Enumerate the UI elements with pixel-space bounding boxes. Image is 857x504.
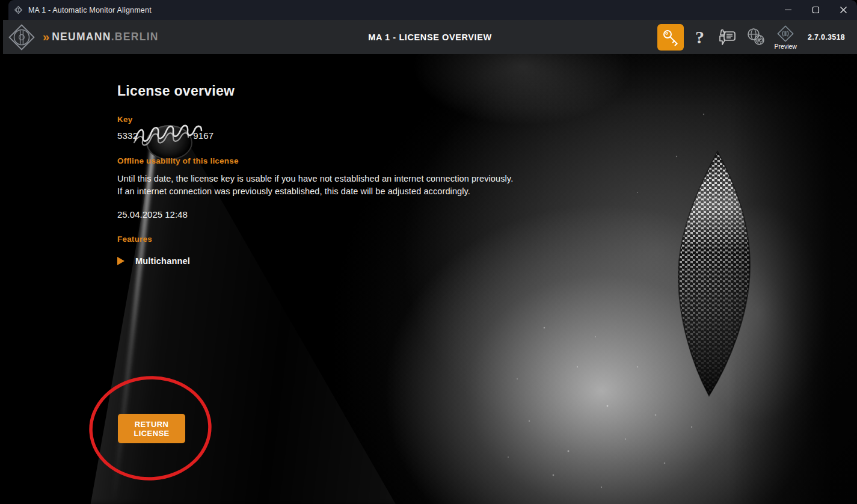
maximize-button[interactable] <box>802 0 829 20</box>
preview-label: Preview <box>775 43 797 50</box>
version-label: 2.7.0.3518 <box>808 33 845 41</box>
brand: » NEUMANN.BERLIN <box>7 22 159 52</box>
brand-chevrons: » <box>43 30 48 44</box>
header-toolbar: ? <box>657 24 850 51</box>
app-window: MA 1 - Automatic Monitor Alignment » <box>0 0 857 504</box>
brand-name: NEUMANN.BERLIN <box>52 31 159 43</box>
minimize-icon <box>784 6 792 14</box>
key-label: Key <box>117 115 132 124</box>
offline-usability-description: Until this date, the license key is usab… <box>117 173 513 198</box>
window-title: MA 1 - Automatic Monitor Alignment <box>28 6 152 14</box>
help-icon: ? <box>692 28 708 46</box>
return-license-button[interactable]: RETURN LICENSE <box>118 414 185 443</box>
app-header: » NEUMANN.BERLIN MA 1 - LICENSE OVERVIEW… <box>3 20 857 54</box>
feedback-thumbs-up-icon <box>716 26 738 48</box>
background-dust-speckles <box>508 114 704 488</box>
neumann-logo-icon <box>7 22 37 52</box>
maximize-icon <box>812 6 820 14</box>
feature-item-multichannel[interactable]: Multichannel <box>117 256 190 266</box>
license-key-button[interactable] <box>657 24 684 51</box>
features-label: Features <box>117 235 152 244</box>
page-title: License overview <box>117 83 235 99</box>
offline-usability-date: 25.04.2025 12:48 <box>117 209 188 220</box>
offline-usability-label: Offline usability of this license <box>117 156 239 165</box>
window-controls <box>774 0 857 20</box>
close-icon <box>840 6 847 14</box>
key-icon <box>660 27 681 48</box>
offline-description-line1: Until this date, the license key is usab… <box>117 174 513 183</box>
offline-description-line2: If an internet connection was previously… <box>117 186 470 196</box>
minimize-button[interactable] <box>774 0 802 20</box>
license-key-prefix: 5332 <box>117 131 138 141</box>
app-icon <box>13 5 23 15</box>
license-key-redacted-section <box>138 131 193 141</box>
feedback-button[interactable] <box>716 26 738 48</box>
license-key-suffix: 9167 <box>193 131 213 141</box>
globe-icon <box>746 27 766 47</box>
language-button[interactable] <box>746 27 766 47</box>
page-header-title: MA 1 - LICENSE OVERVIEW <box>368 32 492 42</box>
preview-diamond-icon <box>776 24 795 43</box>
feature-item-label: Multichannel <box>135 256 190 266</box>
license-overview-page: License overview Key 5332 9167 Offline u… <box>0 54 857 504</box>
preview-badge: Preview <box>775 24 797 50</box>
brand-name-suffix: .BERLIN <box>111 31 159 43</box>
close-button[interactable] <box>829 0 857 20</box>
brand-name-main: NEUMANN <box>52 31 111 43</box>
license-key-value: 5332 9167 <box>117 131 213 141</box>
expand-triangle-icon <box>117 257 124 265</box>
titlebar[interactable]: MA 1 - Automatic Monitor Alignment <box>8 0 857 20</box>
help-button[interactable]: ? <box>692 28 708 46</box>
